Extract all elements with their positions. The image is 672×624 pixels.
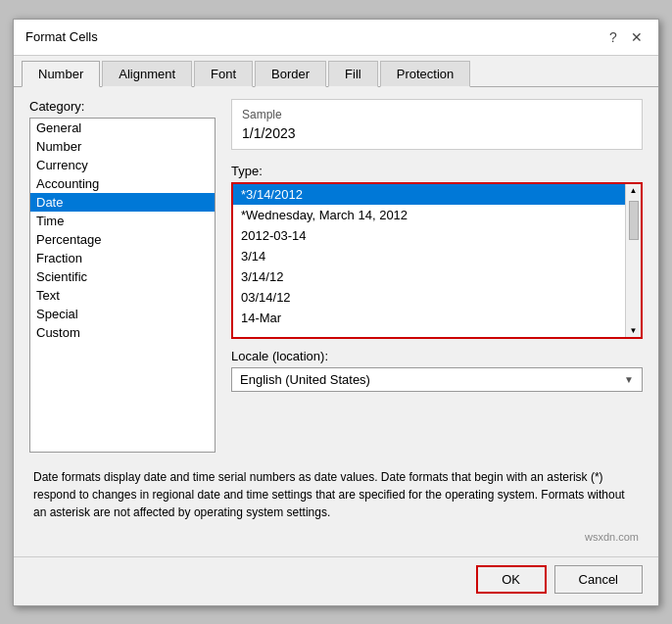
type-item-2[interactable]: 2012-03-14 bbox=[233, 225, 625, 246]
type-item-1[interactable]: *Wednesday, March 14, 2012 bbox=[233, 205, 625, 225]
main-area: Category: General Number Currency Accoun… bbox=[29, 99, 643, 453]
sample-value: 1/1/2023 bbox=[242, 125, 632, 141]
category-list[interactable]: General Number Currency Accounting Date … bbox=[29, 118, 216, 453]
tab-alignment[interactable]: Alignment bbox=[102, 61, 192, 87]
locale-section: Locale (location): English (United State… bbox=[231, 349, 643, 392]
sample-label: Sample bbox=[242, 108, 632, 121]
locale-value: English (United States) bbox=[240, 372, 370, 387]
category-percentage[interactable]: Percentage bbox=[30, 230, 215, 249]
tab-border[interactable]: Border bbox=[255, 61, 326, 87]
category-scientific[interactable]: Scientific bbox=[30, 267, 215, 286]
sample-box: Sample 1/1/2023 bbox=[231, 99, 643, 150]
help-button[interactable]: ? bbox=[603, 27, 623, 47]
title-bar: Format Cells ? ✕ bbox=[14, 20, 658, 56]
title-bar-right: ? ✕ bbox=[603, 27, 647, 47]
scroll-up-arrow[interactable]: ▲ bbox=[628, 184, 640, 197]
type-item-3[interactable]: 3/14 bbox=[233, 246, 625, 266]
locale-dropdown[interactable]: English (United States) ▼ bbox=[231, 367, 643, 392]
category-accounting[interactable]: Accounting bbox=[30, 174, 215, 193]
cancel-button[interactable]: Cancel bbox=[554, 565, 643, 594]
tabs-container: Number Alignment Font Border Fill Protec… bbox=[14, 56, 658, 87]
type-label: Type: bbox=[231, 164, 643, 178]
category-fraction[interactable]: Fraction bbox=[30, 249, 215, 267]
category-currency[interactable]: Currency bbox=[30, 156, 215, 174]
tab-fill[interactable]: Fill bbox=[328, 61, 378, 87]
type-item-6[interactable]: 14-Mar bbox=[233, 308, 625, 328]
dialog-content: Category: General Number Currency Accoun… bbox=[14, 87, 658, 556]
left-panel: Category: General Number Currency Accoun… bbox=[29, 99, 216, 453]
category-general[interactable]: General bbox=[30, 119, 215, 137]
tab-number[interactable]: Number bbox=[22, 61, 100, 87]
title-bar-left: Format Cells bbox=[25, 29, 98, 44]
category-text[interactable]: Text bbox=[30, 286, 215, 305]
type-list[interactable]: *3/14/2012 *Wednesday, March 14, 2012 20… bbox=[231, 182, 643, 339]
scroll-thumb-body bbox=[629, 201, 639, 240]
category-label: Category: bbox=[29, 99, 216, 114]
ok-button[interactable]: OK bbox=[476, 565, 547, 594]
category-number[interactable]: Number bbox=[30, 137, 215, 156]
category-date[interactable]: Date bbox=[30, 193, 215, 212]
tab-font[interactable]: Font bbox=[194, 61, 253, 87]
watermark: wsxdn.com bbox=[29, 529, 643, 545]
right-panel: Sample 1/1/2023 Type: *3/14/2012 *Wednes… bbox=[231, 99, 643, 453]
category-custom[interactable]: Custom bbox=[30, 323, 215, 342]
footer: OK Cancel bbox=[14, 556, 658, 605]
type-item-0[interactable]: *3/14/2012 bbox=[233, 184, 625, 205]
type-list-scrollbar[interactable]: ▲ ▼ bbox=[625, 184, 641, 337]
dialog-title: Format Cells bbox=[25, 29, 98, 44]
description-text: Date formats display date and time seria… bbox=[29, 460, 643, 529]
category-time[interactable]: Time bbox=[30, 212, 215, 230]
scroll-down-arrow[interactable]: ▼ bbox=[628, 324, 640, 337]
dropdown-arrow-icon: ▼ bbox=[624, 374, 634, 385]
close-button[interactable]: ✕ bbox=[627, 27, 647, 47]
type-item-4[interactable]: 3/14/12 bbox=[233, 266, 625, 287]
category-special[interactable]: Special bbox=[30, 305, 215, 323]
locale-label: Locale (location): bbox=[231, 349, 643, 363]
format-cells-dialog: Format Cells ? ✕ Number Alignment Font B… bbox=[13, 19, 659, 606]
type-item-5[interactable]: 03/14/12 bbox=[233, 287, 625, 308]
tab-protection[interactable]: Protection bbox=[380, 61, 471, 87]
type-section: Type: *3/14/2012 *Wednesday, March 14, 2… bbox=[231, 164, 643, 339]
scroll-thumb bbox=[626, 197, 641, 324]
